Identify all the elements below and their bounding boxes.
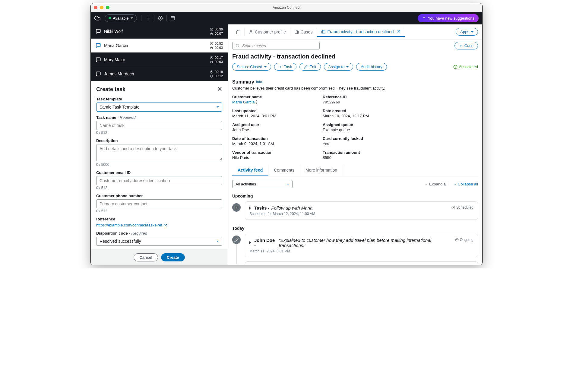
collapse-all-link[interactable]: Collapse all [453,182,478,186]
subtab-activity-feed[interactable]: Activity feed [232,165,268,176]
briefcase-icon [321,30,325,34]
svg-rect-19 [295,31,299,33]
card-locked-value: Yes [323,141,478,146]
home-icon [236,30,241,34]
tab-customer-profile[interactable]: Customer profile [245,28,290,36]
disposition-label: Disposition code - Required [96,231,222,236]
more-menu-icon[interactable] [256,100,257,104]
contact-item-james[interactable]: James Murdoch 00:19 00:12 [91,67,228,81]
search-icon [236,44,240,48]
search-input[interactable] [242,43,316,48]
disposition-select[interactable]: Resolved successfully [96,237,222,246]
contact-item-maria[interactable]: Maria Garcia 00:52 00:03 [91,39,228,53]
last-updated-label: Last updated [232,109,323,113]
reference-id-label: Reference ID [323,95,478,99]
pencil-icon [304,65,308,69]
description-input[interactable] [96,144,222,161]
reference-id-value: 79529769 [323,100,478,104]
tab-fraud-activity[interactable]: Fraud activity - transaction declined✕ [317,27,405,37]
contact-name: Maria Garcia [104,43,128,48]
assigned-queue-value: Example queue [323,128,478,132]
svg-rect-3 [171,17,175,20]
feed-card-inbound-call[interactable]: Inbound call Completed [245,261,478,265]
suggestions-button[interactable]: You have new suggestions [418,14,479,22]
create-button[interactable]: Create [161,253,185,261]
create-task-panel: Create task ✕ Task template Samle Task T… [91,81,228,265]
status-dot-icon [109,17,111,19]
contact-name: Mary Major [104,57,125,62]
assigned-queue-label: Assigned queue [323,122,478,127]
sidebar: Nikki Wolf 00:39 00:07 Maria Garcia 00:5… [91,24,228,265]
task-name-input[interactable] [96,121,222,130]
audit-history-button[interactable]: Audit history [356,63,387,71]
task-template-label: Task template [96,97,222,101]
svg-point-27 [454,65,457,69]
associated-badge: Associated [453,65,478,69]
apps-button[interactable]: Apps [456,28,478,36]
status-badge: Scheduled [451,205,473,210]
plus-icon [279,65,282,69]
svg-point-2 [160,17,161,19]
new-case-button[interactable]: Case [454,42,478,49]
vendor-value: Nile Paris [232,155,323,160]
customer-name-label: Customer name [232,95,323,99]
amount-label: Transaction amount [323,150,478,155]
traffic-minimize[interactable] [100,6,103,9]
transaction-date-value: March 9, 2024, 1:01 AM [232,141,323,146]
phone-label: Customer phone number [96,194,222,198]
edit-button[interactable]: Edit [299,63,321,71]
chevron-down-icon [287,184,289,186]
subtab-comments[interactable]: Comments [268,165,300,176]
info-link[interactable]: Info [256,80,262,84]
svg-point-21 [236,44,239,47]
add-task-button[interactable]: Task [274,63,297,71]
svg-point-33 [456,239,457,240]
assigned-user-value: John Doe [232,128,323,132]
sparkle-icon [422,16,426,20]
check-circle-icon [453,65,457,69]
task-name-counter: 0 / 512 [96,131,222,135]
cancel-button[interactable]: Cancel [134,253,158,261]
assign-to-button[interactable]: Assign to [324,63,353,71]
subtab-more-info[interactable]: More information [300,165,343,176]
today-header: Today [232,226,478,231]
contact-item-mary[interactable]: Mary Major 00:17 00:03 [91,53,228,67]
tab-close-icon[interactable]: ✕ [397,29,401,34]
feed-card-john-doe[interactable]: John Doe - "Explained to customer how th… [245,234,478,257]
gear-icon[interactable] [158,16,163,21]
tab-home[interactable] [232,28,245,36]
calendar-icon[interactable] [170,16,175,21]
expand-triangle-icon[interactable] [249,207,252,210]
contact-item-nikki[interactable]: Nikki Wolf 00:39 00:07 [91,24,228,39]
customer-name-link[interactable]: Maria Garcia [232,100,323,104]
status-selector[interactable]: Status: Closed [232,63,271,71]
task-name-label: Task name - Required [96,115,222,120]
chevron-down-icon [346,66,349,69]
traffic-maximize[interactable] [106,6,109,9]
search-cases-field[interactable] [232,42,320,49]
reference-link[interactable]: https://example.com/connect/tasks-ref [96,223,167,227]
chat-icon [96,29,101,34]
agent-status-selector[interactable]: Available [105,14,137,22]
email-input[interactable] [96,176,222,185]
clock-icon [210,42,213,45]
chevron-up-icon [453,182,457,186]
phone-counter: 0 / 512 [96,209,222,213]
ongoing-icon [455,238,459,242]
task-feed-icon [232,203,241,212]
close-icon[interactable]: ✕ [217,85,222,93]
traffic-close[interactable] [94,6,97,9]
svg-line-17 [165,224,167,226]
expand-triangle-icon[interactable] [249,241,252,244]
plus-icon[interactable] [146,16,150,21]
activity-filter-select[interactable]: All activities [232,180,293,188]
task-template-select[interactable]: Samle Task Template [96,103,222,112]
app-logo-icon [94,15,100,21]
tab-cases[interactable]: Cases [290,28,317,36]
description-counter: 0 / 5000 [96,163,222,167]
phone-input[interactable] [96,199,222,208]
feed-card-upcoming[interactable]: Tasks - Follow up with Maria Scheduled f… [245,201,478,220]
timer-icon [210,60,213,64]
expand-all-link[interactable]: Expand all [424,182,448,186]
timer-icon [210,32,213,35]
